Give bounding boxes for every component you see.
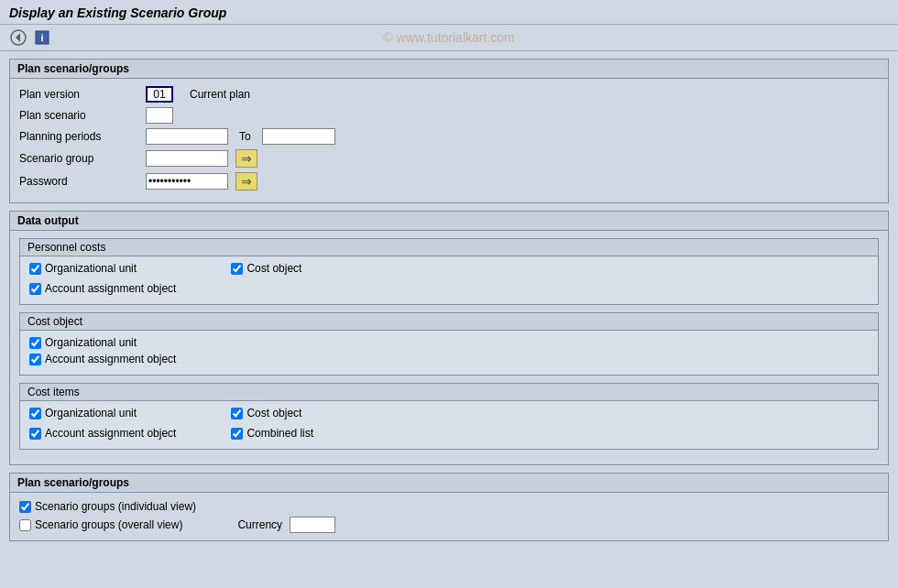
personnel-org-unit-label: Organizational unit: [45, 262, 137, 275]
password-input[interactable]: [146, 173, 228, 190]
scenario-group-nav-button[interactable]: ⇒: [235, 149, 257, 168]
scenario-group-label: Scenario group: [19, 152, 138, 165]
plan-version-value: 01: [146, 86, 173, 103]
cost-object-account-label: Account assignment object: [45, 353, 176, 365]
cost-items-account-checkbox[interactable]: [29, 428, 41, 440]
cost-items-account-label: Account assignment object: [45, 427, 176, 440]
plan-scenario-groups-section: Plan scenario/groups Scenario groups (in…: [9, 473, 889, 541]
cost-object-title: Cost object: [20, 313, 878, 331]
info-icon[interactable]: i: [33, 28, 51, 47]
currency-label: Currency: [237, 518, 282, 531]
cost-items-org-unit-checkbox[interactable]: [29, 408, 41, 419]
scenario-individual-checkbox[interactable]: [19, 501, 31, 513]
cost-items-title: Cost items: [20, 384, 878, 401]
password-nav-button[interactable]: ⇒: [235, 172, 257, 191]
planning-periods-to-input[interactable]: [262, 128, 335, 145]
svg-marker-1: [16, 33, 20, 42]
cost-items-combined-list-label: Combined list: [246, 427, 313, 440]
personnel-cost-object-checkbox[interactable]: [231, 263, 243, 275]
toolbar: i © www.tutorialkart.com: [0, 25, 898, 51]
scenario-group-input[interactable]: [146, 150, 228, 167]
cost-items-cost-object-checkbox[interactable]: [231, 408, 243, 419]
cost-object-org-unit-label: Organizational unit: [45, 336, 137, 349]
plan-section-title: Plan scenario/groups: [10, 60, 888, 79]
watermark: © www.tutorialkart.com: [383, 30, 514, 45]
cost-items-subsection: Cost items Organizational unit Account a…: [19, 383, 879, 450]
cost-items-combined-list-checkbox[interactable]: [231, 428, 243, 440]
cost-object-org-unit-checkbox[interactable]: [29, 337, 41, 349]
plan-scenario-input[interactable]: [146, 107, 173, 124]
personnel-account-label: Account assignment object: [45, 282, 176, 295]
title-bar: Display an Existing Scenario Group: [0, 0, 898, 25]
personnel-costs-subsection: Personnel costs Organizational unit Acco…: [19, 238, 879, 305]
cost-object-account-checkbox[interactable]: [29, 354, 41, 365]
cost-object-subsection: Cost object Organizational unit Account …: [19, 312, 879, 376]
plan-section: Plan scenario/groups Plan version 01 Cur…: [9, 59, 889, 203]
planning-periods-from-input[interactable]: [146, 128, 228, 145]
scenario-overall-label: Scenario groups (overall view): [35, 518, 182, 531]
planning-periods-label: Planning periods: [19, 130, 138, 143]
cost-items-org-unit-label: Organizational unit: [45, 407, 137, 419]
currency-input[interactable]: [290, 517, 335, 533]
data-output-title: Data output: [10, 212, 888, 231]
scenario-overall-checkbox[interactable]: [19, 519, 31, 531]
plan-version-label: Plan version: [19, 88, 138, 101]
password-label: Password: [19, 175, 138, 188]
scenario-individual-label: Scenario groups (individual view): [35, 500, 196, 513]
personnel-org-unit-checkbox[interactable]: [29, 263, 41, 275]
plan-scenario-label: Plan scenario: [19, 109, 138, 122]
plan-version-desc: Current plan: [190, 88, 250, 101]
svg-text:i: i: [40, 32, 43, 43]
page-title: Display an Existing Scenario Group: [9, 5, 889, 20]
back-icon[interactable]: [9, 28, 27, 47]
personnel-costs-title: Personnel costs: [20, 239, 878, 256]
cost-items-cost-object-label: Cost object: [246, 407, 301, 419]
data-output-section: Data output Personnel costs Organization…: [9, 211, 889, 465]
plan-scenario-groups-title: Plan scenario/groups: [10, 474, 888, 493]
personnel-cost-object-label: Cost object: [246, 262, 301, 275]
personnel-account-checkbox[interactable]: [29, 283, 41, 295]
to-label: To: [239, 130, 251, 143]
